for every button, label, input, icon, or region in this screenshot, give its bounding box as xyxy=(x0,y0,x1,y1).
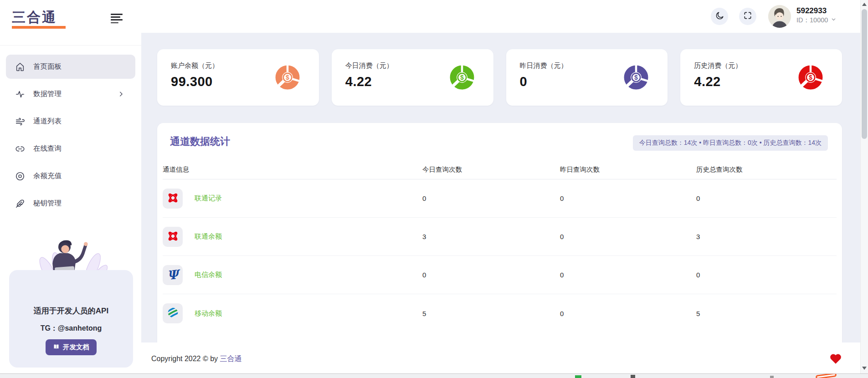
sidebar-toggle-icon[interactable] xyxy=(111,14,123,25)
cell-total: 5 xyxy=(696,310,837,317)
col-header-today: 今日查询次数 xyxy=(422,165,560,174)
cell-total: 0 xyxy=(696,271,837,279)
donut-dollar-icon: $ xyxy=(798,65,823,90)
peek-fragment xyxy=(816,373,837,378)
peek-fragment xyxy=(631,375,635,378)
disc-icon xyxy=(15,171,25,181)
stat-card-history-spend: 历史消费（元） 4.22 $ xyxy=(680,49,842,106)
sidebar-item-label: 秘钥管理 xyxy=(33,199,62,208)
promo-text: 适用于开发人员的API xyxy=(9,306,133,316)
link-icon xyxy=(15,144,25,154)
channel-logo-chip xyxy=(163,227,183,247)
svg-text:$: $ xyxy=(286,74,289,81)
cell-yesterday: 0 xyxy=(560,310,696,317)
channel-link[interactable]: 移动余额 xyxy=(195,309,222,318)
channel-stats-panel: 通道数据统计 今日查询总数：14次 • 昨日查询总数：0次 • 历史总查询数：1… xyxy=(157,123,842,342)
heart-icon[interactable] xyxy=(829,352,842,364)
wind-icon xyxy=(15,117,25,127)
cell-total: 0 xyxy=(696,194,837,202)
sidebar-item-online-query[interactable]: 在线查询 xyxy=(6,137,135,161)
donut-dollar-icon: $ xyxy=(624,65,648,90)
cell-yesterday: 0 xyxy=(560,233,696,240)
home-icon xyxy=(15,62,25,72)
sidebar-item-data-management[interactable]: 数据管理 xyxy=(6,82,135,106)
table-row: 联通余额 3 0 3 xyxy=(163,218,837,256)
channel-link[interactable]: 联通记录 xyxy=(195,194,222,203)
stat-card-balance: 账户余额（元） 99.300 $ xyxy=(157,49,319,106)
table-row: 移动余额 5 0 5 xyxy=(163,294,837,332)
dev-docs-button[interactable]: 开发文档 xyxy=(46,339,97,355)
fullscreen-button[interactable] xyxy=(739,8,756,25)
stat-card-yesterday-spend: 昨日消费（元） 0 $ xyxy=(506,49,668,106)
dev-docs-button-label: 开发文档 xyxy=(63,343,89,352)
svg-text:$: $ xyxy=(460,74,464,81)
feather-icon xyxy=(15,199,25,209)
stats-row: 账户余额（元） 99.300 $ 今日消费（元） 4.22 xyxy=(157,49,842,106)
moon-icon xyxy=(715,11,724,22)
sidebar-item-label: 数据管理 xyxy=(33,89,62,99)
app-root: 三合通 首页面板 数据管理 xyxy=(0,0,868,378)
avatar[interactable] xyxy=(768,5,791,28)
sidebar-item-channel-list[interactable]: 通道列表 xyxy=(6,109,135,133)
user-id: ID：10000 xyxy=(796,15,828,25)
book-icon xyxy=(53,343,60,352)
cell-today: 0 xyxy=(422,194,560,202)
brand-logo-underline xyxy=(12,26,66,29)
copyright: Copyright 2022 © by 三合通 xyxy=(151,354,242,364)
brand-logo-text: 三合通 xyxy=(12,10,66,25)
vertical-scrollbar[interactable] xyxy=(860,0,868,373)
copyright-text: Copyright 2022 © by xyxy=(151,355,220,363)
brand-logo[interactable]: 三合通 xyxy=(12,10,66,29)
cell-total: 3 xyxy=(696,233,837,240)
topbar: 5922933 ID：10000 xyxy=(141,0,860,33)
svg-text:$: $ xyxy=(634,74,638,81)
footer: Copyright 2022 © by 三合通 xyxy=(141,342,860,373)
unicom-logo xyxy=(167,192,179,205)
cell-today: 5 xyxy=(422,310,560,317)
developer-promo-card: 适用于开发人员的API TG：@sanhetong 开发文档 xyxy=(9,270,133,368)
channel-link[interactable]: 电信余额 xyxy=(195,271,222,279)
channel-logo-chip: Ψ xyxy=(163,265,183,285)
scroll-down-arrow-icon[interactable] xyxy=(862,367,867,370)
scrollbar-thumb[interactable] xyxy=(862,9,867,139)
sidebar-header: 三合通 xyxy=(0,0,141,46)
peek-fragment xyxy=(770,376,774,378)
channel-logo-chip xyxy=(163,189,183,209)
scroll-up-arrow-icon[interactable] xyxy=(862,3,867,6)
col-header-channel: 通道信息 xyxy=(163,165,422,174)
user-menu[interactable]: 5922933 ID：10000 xyxy=(796,6,837,25)
stat-card-today-spend: 今日消费（元） 4.22 $ xyxy=(332,49,493,106)
channel-logo-chip xyxy=(163,303,183,323)
col-header-total: 历史总查询次数 xyxy=(696,165,837,174)
cell-yesterday: 0 xyxy=(560,271,696,279)
chevron-right-icon xyxy=(118,91,124,97)
activity-icon xyxy=(15,89,25,99)
cell-today: 0 xyxy=(422,271,560,279)
table-row: 联通记录 0 0 0 xyxy=(163,179,837,218)
sidebar-item-label: 通道列表 xyxy=(33,117,62,126)
footer-brand-link[interactable]: 三合通 xyxy=(220,355,242,363)
table-header: 通道信息 今日查询次数 昨日查询次数 历史总查询次数 xyxy=(163,160,837,179)
channel-link[interactable]: 联通余额 xyxy=(195,232,222,241)
dark-mode-button[interactable] xyxy=(711,8,728,25)
promo-telegram: TG：@sanhetong xyxy=(9,324,133,333)
panel-title: 通道数据统计 xyxy=(170,135,230,148)
sidebar-item-label: 首页面板 xyxy=(33,62,62,72)
peek-fragment xyxy=(575,375,581,378)
bottom-peek-strip xyxy=(0,373,868,378)
table-row: Ψ 电信余额 0 0 0 xyxy=(163,256,837,294)
sidebar-item-balance-recharge[interactable]: 余额充值 xyxy=(6,164,135,188)
unicom-logo xyxy=(167,230,179,244)
sidebar-item-key-management[interactable]: 秘钥管理 xyxy=(6,191,135,215)
donut-dollar-icon: $ xyxy=(275,65,300,90)
cell-today: 3 xyxy=(422,233,560,240)
mobile-logo xyxy=(167,306,179,320)
svg-text:$: $ xyxy=(809,74,812,81)
sidebar-item-label: 在线查询 xyxy=(33,144,62,153)
fullscreen-icon xyxy=(743,11,752,22)
sidebar-item-dashboard[interactable]: 首页面板 xyxy=(6,55,135,79)
sidebar: 三合通 首页面板 数据管理 xyxy=(0,0,141,373)
cell-yesterday: 0 xyxy=(560,194,696,202)
telecom-logo: Ψ xyxy=(166,268,179,281)
col-header-yesterday: 昨日查询次数 xyxy=(560,165,696,174)
